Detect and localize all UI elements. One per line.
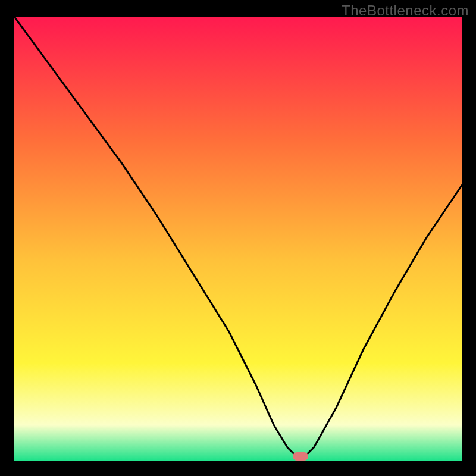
watermark-label: TheBottleneck.com <box>342 2 469 19</box>
chart-svg <box>14 17 462 461</box>
plot-area <box>14 17 462 461</box>
chart-frame: TheBottleneck.com <box>0 0 476 476</box>
gradient-background <box>14 17 462 461</box>
optimal-point-marker <box>293 452 308 461</box>
